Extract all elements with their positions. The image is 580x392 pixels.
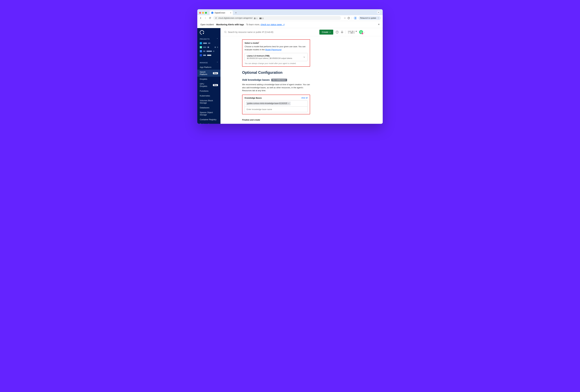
- browser-toolbar: cloud.digitalocean.com/gen-ai/agents/i ☆…: [197, 15, 383, 21]
- incident-learn-text: To learn more,: [246, 23, 260, 26]
- digitalocean-logo-icon: [199, 29, 205, 35]
- kb-heading: Add knowledge bases: [242, 78, 270, 82]
- extensions-icon[interactable]: [347, 17, 350, 19]
- minimize-window-button[interactable]: [202, 12, 204, 14]
- tabs-dropdown-button[interactable]: [377, 11, 380, 14]
- svg-point-5: [225, 31, 226, 33]
- svg-rect-2: [215, 18, 216, 18]
- reload-button[interactable]: [208, 17, 212, 19]
- project-field-label: Select a project: [242, 124, 310, 124]
- model-section-description: Choose a model that performs best for yo…: [245, 45, 308, 51]
- project-swatch-icon: [200, 54, 202, 56]
- kb-chips-container: guides-curious-mints-knowledge-base-0219…: [245, 100, 308, 107]
- sidebar-item-functions[interactable]: Functions: [197, 89, 220, 93]
- recommended-badge: RECOMMENDED: [271, 79, 287, 81]
- svg-rect-0: [215, 17, 216, 18]
- kb-chip: guides-curious-mints-knowledge-base-0219…: [246, 102, 290, 105]
- topbar: Create ?: [220, 28, 383, 36]
- incident-banner: Open incident Monitoring Alerts with tag…: [197, 21, 383, 28]
- search-input[interactable]: [228, 31, 317, 33]
- sidebar-item-backups[interactable]: Backups & Snapshots: [197, 122, 220, 124]
- search-field[interactable]: [224, 31, 317, 33]
- chevron-up-icon: ⌃: [217, 62, 218, 64]
- sidebar-project-item[interactable]: [197, 45, 220, 49]
- remove-chip-button[interactable]: ×: [288, 102, 290, 105]
- chrome-profile-icon[interactable]: [354, 16, 357, 20]
- browser-tab[interactable]: DigitalOcean ×: [210, 10, 233, 15]
- maximize-window-button[interactable]: [205, 12, 207, 14]
- svg-point-4: [355, 17, 356, 18]
- search-icon: [224, 31, 227, 33]
- sidebar-item-app-platform[interactable]: App Platform: [197, 65, 220, 70]
- model-select-dropdown[interactable]: Llama 3.3 Instruct (70B) $0.65000/1M inp…: [245, 53, 308, 61]
- model-playground-link[interactable]: Model Playground: [265, 48, 282, 51]
- project-swatch-icon: [200, 42, 202, 44]
- sidebar: PROJECTS ⌃: [197, 28, 220, 124]
- sidebar-item-container-registry[interactable]: Container Registry: [197, 117, 220, 122]
- sidebar-item-gpu-droplets[interactable]: GPU Droplets New: [197, 82, 220, 89]
- url-bar[interactable]: cloud.digitalocean.com/gen-ai/agents/i: [213, 16, 341, 20]
- sidebar-project-item[interactable]: [197, 49, 220, 53]
- sidebar-item-volumes[interactable]: Volumes Block Storage: [197, 98, 220, 105]
- selected-model-name: Llama 3.3 Instruct (70B): [247, 55, 292, 57]
- back-button[interactable]: [199, 17, 202, 19]
- browser-window: DigitalOcean × + cloud.digitalocean.com/…: [197, 9, 383, 124]
- url-obscured: [254, 17, 264, 19]
- tab-title: DigitalOcean: [215, 12, 225, 14]
- highlight-box-model: Select a model* Choose a model that perf…: [242, 39, 310, 67]
- projects-section-toggle[interactable]: PROJECTS ⌃: [197, 37, 220, 41]
- notifications-icon[interactable]: [341, 31, 343, 33]
- svg-line-6: [226, 33, 226, 33]
- chevron-down-icon: ⌄: [364, 31, 365, 33]
- kb-name-input[interactable]: [245, 107, 308, 112]
- sidebar-project-item[interactable]: [197, 41, 220, 45]
- svg-text:?: ?: [337, 31, 338, 33]
- svg-rect-3: [216, 18, 217, 18]
- chevron-down-icon: [303, 56, 305, 58]
- forward-button[interactable]: [204, 17, 207, 19]
- bookmark-star-icon[interactable]: ☆: [344, 16, 346, 19]
- kb-description: We recommend adding a knowledge base at …: [242, 83, 310, 92]
- close-window-button[interactable]: [199, 12, 201, 14]
- account-menu[interactable]: D ⌄: [359, 30, 365, 34]
- svg-rect-1: [216, 17, 217, 18]
- sidebar-project-item[interactable]: [197, 53, 220, 57]
- close-tab-button[interactable]: ×: [230, 11, 231, 14]
- create-button[interactable]: Create: [319, 30, 333, 35]
- new-badge: New: [213, 72, 218, 74]
- new-tab-button[interactable]: +: [234, 11, 238, 15]
- main-area: Create ?: [220, 28, 383, 124]
- content-scroll: Select a model* Choose a model that perf…: [220, 36, 383, 124]
- manage-section-toggle[interactable]: MANAGE ⌃: [197, 60, 220, 65]
- incident-status-label: Open incident: [200, 23, 214, 26]
- project-swatch-icon: [200, 46, 202, 48]
- incident-title: Monitoring Alerts with tags: [216, 23, 244, 26]
- app-shell: PROJECTS ⌃: [197, 28, 383, 124]
- project-swatch-icon: [200, 50, 202, 52]
- chevron-down-icon: [329, 31, 331, 33]
- digitalocean-favicon: [211, 12, 213, 14]
- finalize-heading: Finalize and create: [242, 119, 310, 121]
- traffic-lights: [199, 12, 207, 14]
- chevron-up-icon: ⌃: [217, 38, 218, 40]
- site-settings-icon[interactable]: [215, 17, 217, 19]
- browser-tab-strip: DigitalOcean × +: [197, 9, 383, 15]
- url-text: cloud.digitalocean.com/gen-ai/agents/i: [218, 17, 253, 19]
- optional-config-heading: Optional Configuration: [242, 70, 310, 75]
- avatar: D: [359, 30, 363, 34]
- sidebar-item-kubernetes[interactable]: Kubernetes: [197, 93, 220, 98]
- dismiss-banner-button[interactable]: ×: [378, 23, 380, 26]
- logo[interactable]: [197, 28, 220, 37]
- relaunch-button[interactable]: Relaunch to update ⋮: [359, 16, 381, 20]
- sidebar-item-genai-platform[interactable]: GenAI Platform New: [197, 70, 220, 77]
- sidebar-item-droplets[interactable]: Droplets: [197, 77, 220, 82]
- kb-field-label: Knowledge Bases: [245, 97, 262, 99]
- selected-model-price: $0.65000/1M input tokens | $0.65000/1M o…: [247, 57, 292, 59]
- model-section-label: Select a model*: [245, 42, 259, 44]
- sidebar-item-databases[interactable]: Databases: [197, 105, 220, 110]
- help-icon[interactable]: ?: [336, 31, 338, 33]
- account-name-redacted: [348, 31, 357, 33]
- clear-all-link[interactable]: clear all: [301, 97, 308, 99]
- status-page-link[interactable]: check our status page. ↗: [261, 23, 285, 26]
- sidebar-item-spaces[interactable]: Spaces Object Storage: [197, 110, 220, 117]
